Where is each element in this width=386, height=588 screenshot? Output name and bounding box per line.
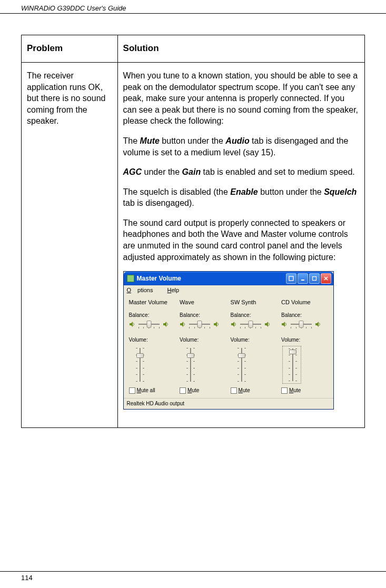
speaker-icon (163, 321, 169, 327)
mute-checkbox[interactable]: Mute (231, 387, 250, 394)
cell-problem: The receiver application runs OK, but th… (22, 62, 118, 427)
page-number: 114 (21, 574, 33, 582)
balance-control (281, 320, 321, 329)
svg-marker-9 (231, 322, 234, 327)
solution-p1: When you tune to a known station, you sh… (123, 70, 359, 127)
balance-label: Balance: (129, 312, 150, 319)
volume-column: WaveBalance:Volume:Mute (177, 298, 229, 394)
window-title: Master Volume (137, 274, 286, 283)
solution-p2: The Mute button under the Audio tab is d… (123, 135, 359, 158)
menu-help[interactable]: Help (167, 287, 186, 293)
mute-checkbox[interactable]: Mute (180, 387, 199, 394)
maximize-button[interactable] (309, 273, 320, 284)
balance-slider[interactable] (289, 320, 314, 329)
speaker-icon (231, 321, 237, 327)
mute-checkbox[interactable]: Mute (281, 387, 301, 394)
titlebar[interactable]: Master Volume (124, 272, 333, 285)
svg-marker-8 (214, 322, 217, 327)
volume-label: Volume: (180, 336, 199, 344)
balance-label: Balance: (231, 312, 251, 319)
app-icon (127, 275, 134, 282)
extra-button[interactable] (286, 273, 296, 284)
volume-column: SW SynthBalance:Volume:Mute (229, 298, 280, 394)
volume-label: Volume: (231, 336, 250, 344)
checkbox-icon (231, 387, 237, 394)
volume-window: Master Volume Options Help Master Volume… (123, 271, 334, 410)
checkbox-icon (129, 387, 135, 394)
speaker-icon (213, 321, 220, 327)
doc-title: WiNRADiO G39DDC User's Guide (21, 4, 126, 12)
channel-name: Wave (180, 298, 194, 306)
balance-control (231, 320, 271, 329)
speaker-icon (129, 321, 135, 327)
mute-checkbox[interactable]: Mute all (129, 387, 155, 394)
menu-help-text: elp (171, 287, 179, 293)
balance-control (180, 320, 220, 329)
channel-name: CD Volume (281, 298, 311, 306)
page-footer: 114 (0, 571, 386, 584)
mute-label: Mute (187, 387, 199, 394)
minimize-button[interactable] (298, 273, 308, 284)
troubleshoot-table: Problem Solution The receiver applicatio… (21, 35, 365, 428)
balance-control (129, 320, 169, 329)
th-problem: Problem (22, 35, 118, 63)
checkbox-icon (180, 387, 186, 394)
volume-slider[interactable] (232, 346, 251, 384)
statusbar: Realtek HD Audio output (124, 398, 333, 409)
svg-marker-11 (282, 322, 285, 327)
volume-slider[interactable] (181, 346, 200, 384)
svg-marker-5 (130, 322, 133, 327)
svg-marker-12 (315, 322, 319, 327)
menu-options-text: ptions (137, 287, 153, 293)
titlebar-buttons (286, 273, 331, 284)
speaker-icon (315, 321, 321, 327)
volume-slider[interactable] (130, 346, 149, 384)
solution-p3: AGC under the Gain tab is enabled and se… (123, 166, 359, 178)
channel-name: Master Volume (129, 298, 167, 306)
speaker-icon (264, 321, 271, 327)
svg-rect-2 (312, 277, 316, 281)
checkbox-icon (281, 387, 288, 394)
mute-label: Mute (239, 387, 250, 394)
close-button[interactable] (321, 273, 331, 284)
balance-slider[interactable] (238, 320, 263, 329)
th-solution: Solution (117, 35, 364, 63)
solution-p5: The sound card output is properly connec… (123, 217, 359, 263)
svg-marker-6 (163, 322, 166, 327)
svg-marker-7 (180, 322, 183, 327)
cell-solution: When you tune to a known station, you sh… (117, 62, 364, 427)
balance-slider[interactable] (136, 320, 162, 329)
volume-column: CD VolumeBalance:Volume:Mute (279, 298, 330, 394)
svg-marker-10 (265, 322, 268, 327)
page-header: WiNRADiO G39DDC User's Guide (0, 0, 386, 14)
volume-column: Master VolumeBalance:Volume:Mute all (127, 298, 178, 394)
mute-label: Mute (289, 387, 301, 394)
content-area: Problem Solution The receiver applicatio… (0, 14, 386, 433)
speaker-icon (281, 321, 288, 327)
channel-name: SW Synth (231, 298, 256, 306)
solution-p4: The squelch is disabled (the Enable butt… (123, 186, 359, 209)
speaker-icon (180, 321, 186, 327)
menubar: Options Help (124, 285, 333, 295)
volume-label: Volume: (281, 336, 300, 344)
balance-label: Balance: (180, 312, 200, 319)
volume-label: Volume: (129, 336, 148, 344)
balance-slider[interactable] (187, 320, 212, 329)
svg-rect-0 (289, 276, 293, 281)
mute-label: Mute all (137, 387, 155, 394)
volume-body: Master VolumeBalance:Volume:Mute allWave… (124, 295, 333, 398)
menu-options[interactable]: Options (127, 287, 160, 293)
balance-label: Balance: (281, 312, 302, 319)
volume-slider[interactable] (282, 346, 301, 384)
table-row: The receiver application runs OK, but th… (22, 62, 365, 427)
